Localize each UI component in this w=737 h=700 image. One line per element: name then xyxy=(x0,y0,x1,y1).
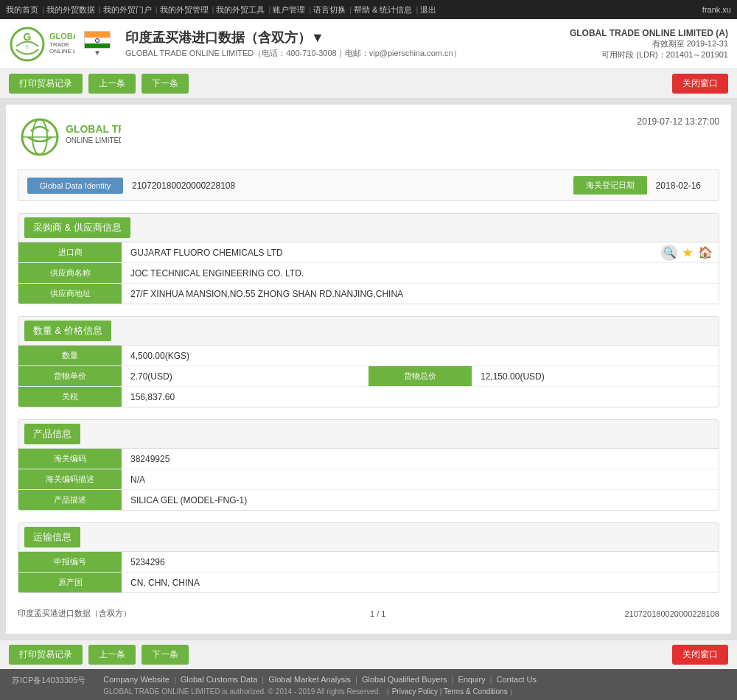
document-box: GLOBAL TRADE ONLINE LIMITED 2019-07-12 1… xyxy=(6,105,731,634)
product-title-row: 产品信息 xyxy=(18,420,719,449)
svg-text:TRADE: TRADE xyxy=(49,41,69,48)
footer-privacy-link[interactable]: Privacy Policy xyxy=(392,687,438,696)
global-id-value: 210720180020000228108 xyxy=(123,181,573,191)
icp-number: 苏ICP备14033305号 xyxy=(12,675,85,686)
nav-sep-6: | xyxy=(309,5,311,14)
print-button[interactable]: 打印贸易记录 xyxy=(9,74,83,94)
doc-footer-left: 印度孟买港进口数据（含双方） xyxy=(18,608,131,619)
global-id-row: Global Data Identity 2107201800200002281… xyxy=(18,169,719,201)
company-logo: G T GLOBAL TRADE ONLINE LIMITED xyxy=(9,26,75,63)
nav-sep-1: | xyxy=(42,5,44,14)
nav-account[interactable]: 账户管理 xyxy=(273,4,305,15)
prev-button[interactable]: 上一条 xyxy=(88,74,136,94)
origin-label: 原产国 xyxy=(18,573,122,592)
username-display: frank.xu xyxy=(702,5,731,14)
nav-management[interactable]: 我的外贸管理 xyxy=(160,4,209,15)
importer-label: 进口商 xyxy=(18,242,122,262)
supplier-name-label: 供应商名称 xyxy=(18,263,122,283)
footer-qualified-buyers[interactable]: Global Qualified Buyers xyxy=(362,675,447,684)
nav-tools[interactable]: 我的外贸工具 xyxy=(216,4,265,15)
quantity-row: 数量 4,500.00(KGS) xyxy=(18,346,719,366)
footer-links: Company Website | Global Customs Data | … xyxy=(103,675,537,684)
declaration-label: 申报编号 xyxy=(18,552,122,572)
quantity-price-title: 数量 & 价格信息 xyxy=(24,321,111,341)
doc-header: GLOBAL TRADE ONLINE LIMITED 2019-07-12 1… xyxy=(18,116,719,161)
doc-footer-center: 1 / 1 xyxy=(370,609,385,618)
bottom-toolbar: 打印贸易记录 上一条 下一条 关闭窗口 xyxy=(0,640,737,669)
flag-area: ▼ xyxy=(84,31,111,57)
footer-copyright: GLOBAL TRADE ONLINE LIMITED is authorize… xyxy=(103,687,537,697)
hs-code-row: 海关编码 38249925 xyxy=(18,449,719,469)
nav-trade-data[interactable]: 我的外贸数据 xyxy=(46,4,95,15)
bottom-close-button[interactable]: 关闭窗口 xyxy=(672,645,728,665)
quantity-label: 数量 xyxy=(18,346,122,365)
transport-title-row: 运输信息 xyxy=(18,523,719,552)
nav-sep-2: | xyxy=(99,5,101,14)
search-icon[interactable]: 🔍 xyxy=(661,245,677,261)
product-section: 产品信息 海关编码 38249925 海关编码描述 N/A 产品描述 SILIC… xyxy=(18,419,719,511)
nav-help[interactable]: 帮助 & 统计信息 xyxy=(354,4,412,15)
nav-language[interactable]: 语言切换 xyxy=(313,4,346,15)
footer-contact-us[interactable]: Contact Us xyxy=(497,675,537,684)
nav-sep-3: | xyxy=(156,5,158,14)
logo-area: G T GLOBAL TRADE ONLINE LIMITED xyxy=(9,26,75,63)
hs-desc-row: 海关编码描述 N/A xyxy=(18,469,719,490)
buyer-supplier-title: 采购商 & 供应商信息 xyxy=(24,217,130,238)
home-icon[interactable]: 🏠 xyxy=(698,245,713,259)
svg-text:T: T xyxy=(26,44,29,51)
country-flag xyxy=(84,31,111,49)
product-desc-label: 产品描述 xyxy=(18,490,122,510)
title-area: 印度孟买港进口数据（含双方）▼ GLOBAL TRADE ONLINE LIMI… xyxy=(119,29,570,59)
svg-text:ONLINE LIMITED: ONLINE LIMITED xyxy=(66,136,121,144)
importer-value: GUJARAT FLUORO CHEMICALS LTD xyxy=(122,243,661,262)
svg-text:GLOBAL TRADE: GLOBAL TRADE xyxy=(66,123,121,135)
top-navigation: 我的首页 | 我的外贸数据 | 我的外贸门户 | 我的外贸管理 | 我的外贸工具… xyxy=(0,0,737,19)
nav-sep-5: | xyxy=(268,5,270,14)
bottom-prev-button[interactable]: 上一条 xyxy=(88,645,136,665)
next-button[interactable]: 下一条 xyxy=(142,74,189,94)
origin-value: CN, CHN, CHINA xyxy=(122,573,719,592)
unit-price-value: 2.70(USD) xyxy=(122,367,368,386)
declaration-row: 申报编号 5234296 xyxy=(18,552,719,573)
hs-code-value: 38249925 xyxy=(122,449,719,469)
hs-desc-value: N/A xyxy=(122,470,719,489)
svg-text:ONLINE LIMITED: ONLINE LIMITED xyxy=(49,48,75,55)
nav-home[interactable]: 我的首页 xyxy=(6,4,38,15)
page-subtitle: GLOBAL TRADE ONLINE LIMITED（电话：400-710-3… xyxy=(125,48,570,59)
ldr-info: 可用时段 (LDR)：201401～201901 xyxy=(570,49,728,60)
origin-row: 原产国 CN, CHN, CHINA xyxy=(18,573,719,592)
footer-company-website[interactable]: Company Website xyxy=(103,675,170,684)
transport-title: 运输信息 xyxy=(24,527,80,547)
nav-portal[interactable]: 我的外贸门户 xyxy=(103,4,152,15)
star-icon[interactable]: ★ xyxy=(682,245,694,261)
price-row: 货物单价 2.70(USD) 货物总价 12,150.00(USD) xyxy=(18,366,719,387)
total-price-label: 货物总价 xyxy=(368,366,472,386)
page-title: 印度孟买港进口数据（含双方）▼ xyxy=(125,29,570,46)
bottom-next-button[interactable]: 下一条 xyxy=(142,645,189,665)
product-desc-row: 产品描述 SILICA GEL (MODEL-FNG-1) xyxy=(18,490,719,510)
flag-dropdown-arrow[interactable]: ▼ xyxy=(94,49,101,57)
doc-logo-svg: GLOBAL TRADE ONLINE LIMITED xyxy=(18,116,121,161)
tax-value: 156,837.60 xyxy=(122,388,719,407)
footer-customs-data[interactable]: Global Customs Data xyxy=(181,675,258,684)
tax-row: 关税 156,837.60 xyxy=(18,387,719,407)
customs-date-value: 2018-02-16 xyxy=(647,181,710,191)
total-price-cell: 货物总价 12,150.00(USD) xyxy=(368,366,719,386)
nav-sep-8: | xyxy=(416,5,418,14)
quantity-price-title-row: 数量 & 价格信息 xyxy=(18,317,719,346)
bottom-print-button[interactable]: 打印贸易记录 xyxy=(9,645,83,665)
supplier-addr-value: 27/F XINHUA MANSION,NO.55 ZHONG SHAN RD.… xyxy=(122,284,719,304)
validity-info: 有效期至 2019-12-31 xyxy=(570,38,728,49)
unit-price-cell: 货物单价 2.70(USD) xyxy=(18,366,368,386)
doc-footer-row: 印度孟买港进口数据（含双方） 1 / 1 2107201800200002281… xyxy=(18,605,719,622)
footer-terms-link[interactable]: Terms & Conditions xyxy=(444,687,508,696)
supplier-name-value: JOC TECHNICAL ENGINEERING CO. LTD. xyxy=(122,264,719,283)
nav-logout[interactable]: 退出 xyxy=(420,4,436,15)
top-toolbar: 打印贸易记录 上一条 下一条 关闭窗口 xyxy=(0,69,737,99)
close-button[interactable]: 关闭窗口 xyxy=(672,74,728,94)
product-desc-value: SILICA GEL (MODEL-FNG-1) xyxy=(122,491,719,510)
hs-code-label: 海关编码 xyxy=(18,449,122,469)
footer-enquiry[interactable]: Enquiry xyxy=(458,675,485,684)
footer-market-analysis[interactable]: Global Market Analysis xyxy=(268,675,351,684)
quantity-value: 4,500.00(KGS) xyxy=(122,346,719,365)
